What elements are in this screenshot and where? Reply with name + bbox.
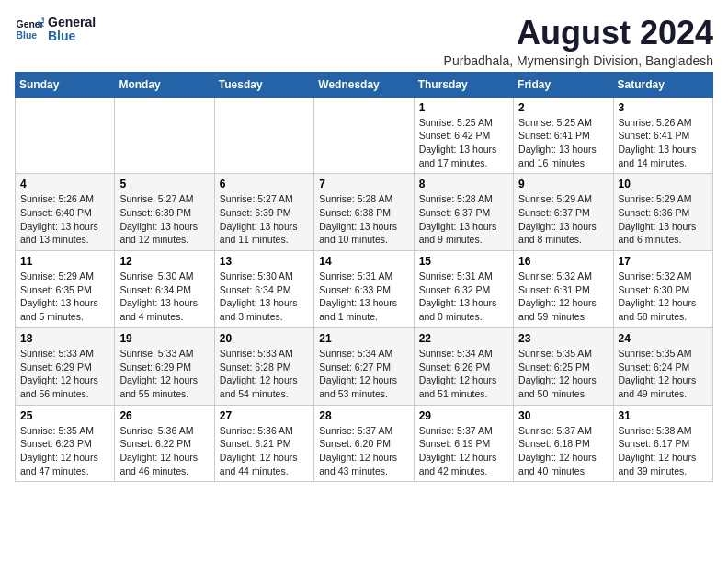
calendar-cell: 18Sunrise: 5:33 AM Sunset: 6:29 PM Dayli… <box>16 327 115 405</box>
calendar-cell: 2Sunrise: 5:25 AM Sunset: 6:41 PM Daylig… <box>514 97 613 174</box>
day-number: 7 <box>319 178 408 190</box>
logo-icon: General Blue <box>15 15 44 44</box>
calendar-cell: 20Sunrise: 5:33 AM Sunset: 6:28 PM Dayli… <box>214 327 313 405</box>
calendar-cell: 7Sunrise: 5:28 AM Sunset: 6:38 PM Daylig… <box>314 174 414 251</box>
day-info: Sunrise: 5:35 AM Sunset: 6:24 PM Dayligh… <box>619 347 708 401</box>
calendar-cell: 10Sunrise: 5:29 AM Sunset: 6:36 PM Dayli… <box>613 174 712 251</box>
week-row-4: 18Sunrise: 5:33 AM Sunset: 6:29 PM Dayli… <box>16 327 713 405</box>
calendar-cell: 22Sunrise: 5:34 AM Sunset: 6:26 PM Dayli… <box>414 327 513 405</box>
weekday-header-monday: Monday <box>115 72 214 97</box>
calendar-cell: 30Sunrise: 5:37 AM Sunset: 6:18 PM Dayli… <box>514 405 613 482</box>
day-number: 17 <box>619 255 708 268</box>
day-info: Sunrise: 5:37 AM Sunset: 6:18 PM Dayligh… <box>518 424 608 478</box>
day-number: 26 <box>119 409 209 422</box>
week-row-1: 1Sunrise: 5:25 AM Sunset: 6:42 PM Daylig… <box>16 97 713 174</box>
day-info: Sunrise: 5:32 AM Sunset: 6:30 PM Dayligh… <box>619 270 708 324</box>
day-number: 24 <box>619 332 708 345</box>
day-info: Sunrise: 5:33 AM Sunset: 6:28 PM Dayligh… <box>220 347 309 401</box>
calendar-cell: 13Sunrise: 5:30 AM Sunset: 6:34 PM Dayli… <box>214 251 313 328</box>
day-number: 23 <box>518 332 608 345</box>
calendar-cell: 17Sunrise: 5:32 AM Sunset: 6:30 PM Dayli… <box>613 251 712 328</box>
weekday-header-wednesday: Wednesday <box>314 72 414 97</box>
day-info: Sunrise: 5:27 AM Sunset: 6:39 PM Dayligh… <box>220 192 309 247</box>
calendar-cell: 26Sunrise: 5:36 AM Sunset: 6:22 PM Dayli… <box>115 405 214 482</box>
day-info: Sunrise: 5:31 AM Sunset: 6:32 PM Dayligh… <box>419 270 508 324</box>
title-area: August 2024 Purbadhala, Mymensingh Divis… <box>444 15 713 68</box>
day-info: Sunrise: 5:37 AM Sunset: 6:19 PM Dayligh… <box>419 424 508 478</box>
day-info: Sunrise: 5:36 AM Sunset: 6:21 PM Dayligh… <box>220 424 309 478</box>
page-header: General Blue General Blue August 2024 Pu… <box>15 15 713 68</box>
day-number: 29 <box>419 409 508 422</box>
day-info: Sunrise: 5:29 AM Sunset: 6:35 PM Dayligh… <box>20 270 109 324</box>
day-info: Sunrise: 5:30 AM Sunset: 6:34 PM Dayligh… <box>119 270 209 324</box>
calendar-cell: 21Sunrise: 5:34 AM Sunset: 6:27 PM Dayli… <box>314 327 414 405</box>
day-number: 28 <box>319 409 408 422</box>
day-info: Sunrise: 5:33 AM Sunset: 6:29 PM Dayligh… <box>119 347 209 401</box>
day-info: Sunrise: 5:29 AM Sunset: 6:37 PM Dayligh… <box>518 192 608 247</box>
day-number: 25 <box>20 409 109 422</box>
day-info: Sunrise: 5:34 AM Sunset: 6:26 PM Dayligh… <box>419 347 508 401</box>
calendar-cell <box>314 97 414 174</box>
day-number: 1 <box>419 101 508 114</box>
calendar-cell: 31Sunrise: 5:38 AM Sunset: 6:17 PM Dayli… <box>613 405 712 482</box>
calendar-cell: 1Sunrise: 5:25 AM Sunset: 6:42 PM Daylig… <box>414 97 513 174</box>
logo: General Blue General Blue <box>15 15 96 44</box>
day-number: 20 <box>220 332 309 345</box>
calendar-cell: 28Sunrise: 5:37 AM Sunset: 6:20 PM Dayli… <box>314 405 414 482</box>
calendar-cell: 19Sunrise: 5:33 AM Sunset: 6:29 PM Dayli… <box>115 327 214 405</box>
calendar-cell: 11Sunrise: 5:29 AM Sunset: 6:35 PM Dayli… <box>16 251 115 328</box>
day-number: 18 <box>20 332 109 345</box>
day-info: Sunrise: 5:28 AM Sunset: 6:37 PM Dayligh… <box>419 192 508 247</box>
calendar: SundayMondayTuesdayWednesdayThursdayFrid… <box>15 72 713 483</box>
day-info: Sunrise: 5:25 AM Sunset: 6:42 PM Dayligh… <box>419 116 508 170</box>
calendar-cell: 3Sunrise: 5:26 AM Sunset: 6:41 PM Daylig… <box>613 97 712 174</box>
day-number: 11 <box>20 255 109 268</box>
day-number: 4 <box>20 178 109 190</box>
day-number: 22 <box>419 332 508 345</box>
calendar-cell: 24Sunrise: 5:35 AM Sunset: 6:24 PM Dayli… <box>613 327 712 405</box>
weekday-header-tuesday: Tuesday <box>214 72 313 97</box>
day-number: 19 <box>119 332 209 345</box>
calendar-cell: 27Sunrise: 5:36 AM Sunset: 6:21 PM Dayli… <box>214 405 313 482</box>
day-number: 31 <box>619 409 708 422</box>
calendar-cell: 8Sunrise: 5:28 AM Sunset: 6:37 PM Daylig… <box>414 174 513 251</box>
logo-line2: Blue <box>48 29 96 43</box>
day-info: Sunrise: 5:29 AM Sunset: 6:36 PM Dayligh… <box>619 192 708 247</box>
day-info: Sunrise: 5:26 AM Sunset: 6:40 PM Dayligh… <box>20 192 109 247</box>
calendar-cell: 12Sunrise: 5:30 AM Sunset: 6:34 PM Dayli… <box>115 251 214 328</box>
week-row-5: 25Sunrise: 5:35 AM Sunset: 6:23 PM Dayli… <box>16 405 713 482</box>
day-number: 15 <box>419 255 508 268</box>
day-number: 14 <box>319 255 408 268</box>
day-number: 27 <box>220 409 309 422</box>
calendar-cell <box>16 97 115 174</box>
svg-text:Blue: Blue <box>17 30 38 40</box>
calendar-cell: 16Sunrise: 5:32 AM Sunset: 6:31 PM Dayli… <box>514 251 613 328</box>
day-info: Sunrise: 5:35 AM Sunset: 6:23 PM Dayligh… <box>20 424 109 478</box>
day-info: Sunrise: 5:26 AM Sunset: 6:41 PM Dayligh… <box>619 116 708 170</box>
calendar-cell: 23Sunrise: 5:35 AM Sunset: 6:25 PM Dayli… <box>514 327 613 405</box>
day-info: Sunrise: 5:35 AM Sunset: 6:25 PM Dayligh… <box>518 347 608 401</box>
day-info: Sunrise: 5:34 AM Sunset: 6:27 PM Dayligh… <box>319 347 408 401</box>
day-number: 9 <box>518 178 608 190</box>
day-number: 8 <box>419 178 508 190</box>
week-row-2: 4Sunrise: 5:26 AM Sunset: 6:40 PM Daylig… <box>16 174 713 251</box>
weekday-header-thursday: Thursday <box>414 72 513 97</box>
day-info: Sunrise: 5:27 AM Sunset: 6:39 PM Dayligh… <box>119 192 209 247</box>
day-info: Sunrise: 5:33 AM Sunset: 6:29 PM Dayligh… <box>20 347 109 401</box>
calendar-cell: 25Sunrise: 5:35 AM Sunset: 6:23 PM Dayli… <box>16 405 115 482</box>
week-row-3: 11Sunrise: 5:29 AM Sunset: 6:35 PM Dayli… <box>16 251 713 328</box>
day-number: 16 <box>518 255 608 268</box>
main-title: August 2024 <box>444 15 713 52</box>
day-info: Sunrise: 5:36 AM Sunset: 6:22 PM Dayligh… <box>119 424 209 478</box>
calendar-cell <box>214 97 313 174</box>
calendar-cell: 4Sunrise: 5:26 AM Sunset: 6:40 PM Daylig… <box>16 174 115 251</box>
day-number: 13 <box>220 255 309 268</box>
day-info: Sunrise: 5:28 AM Sunset: 6:38 PM Dayligh… <box>319 192 408 247</box>
day-number: 6 <box>220 178 309 190</box>
calendar-cell <box>115 97 214 174</box>
day-info: Sunrise: 5:32 AM Sunset: 6:31 PM Dayligh… <box>518 270 608 324</box>
calendar-cell: 14Sunrise: 5:31 AM Sunset: 6:33 PM Dayli… <box>314 251 414 328</box>
calendar-cell: 9Sunrise: 5:29 AM Sunset: 6:37 PM Daylig… <box>514 174 613 251</box>
day-number: 12 <box>119 255 209 268</box>
weekday-header-saturday: Saturday <box>613 72 712 97</box>
